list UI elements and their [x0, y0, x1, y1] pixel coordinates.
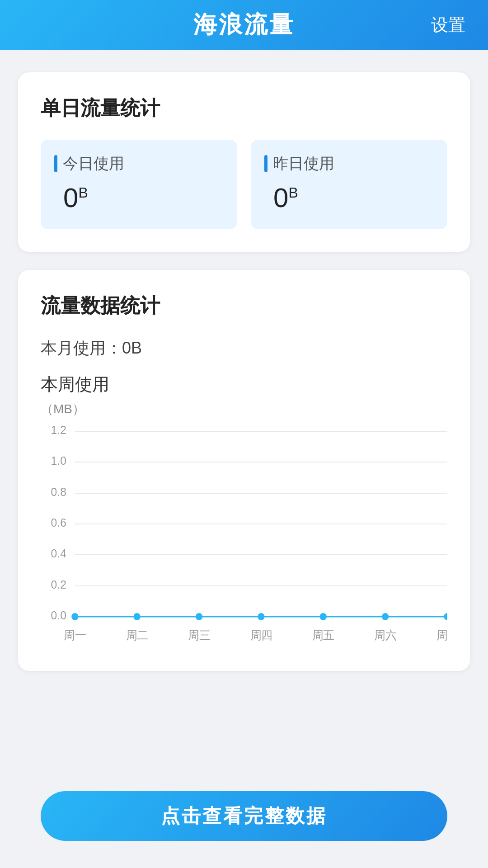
svg-text:0.6: 0.6 [51, 516, 66, 529]
svg-text:周五: 周五 [312, 628, 334, 642]
svg-text:1.2: 1.2 [51, 423, 66, 436]
monthly-usage-label: 本月使用：0B [41, 337, 447, 359]
today-label-row: 今日使用 [54, 153, 224, 174]
bottom-bar: 点击查看完整数据 [0, 778, 488, 868]
chart-container: （MB） 1.2 1.0 0.8 0.6 [41, 401, 447, 648]
yesterday-stat-box: 昨日使用 0B [251, 140, 447, 229]
data-point-sat [382, 613, 389, 620]
data-point-fri [320, 613, 327, 620]
data-point-tue [134, 613, 141, 620]
data-stats-card: 流量数据统计 本月使用：0B 本周使用 （MB） 1.2 1.0 [18, 270, 470, 671]
svg-text:周四: 周四 [250, 628, 272, 642]
monthly-label-text: 本月使用： [41, 339, 122, 357]
data-point-wed [196, 613, 202, 620]
yesterday-label-row: 昨日使用 [264, 153, 434, 174]
yesterday-accent-bar [264, 155, 267, 172]
chart-area: 1.2 1.0 0.8 0.6 0.4 0.2 [41, 422, 447, 648]
data-point-mon [71, 613, 78, 620]
svg-text:周三: 周三 [188, 628, 210, 642]
svg-text:周六: 周六 [374, 628, 396, 642]
weekly-usage-label: 本周使用 [41, 373, 447, 396]
data-point-thu [258, 613, 264, 620]
svg-text:0.2: 0.2 [51, 578, 66, 591]
app-header: 海浪流量 设置 [0, 0, 488, 50]
data-point-sun [444, 613, 447, 620]
settings-button[interactable]: 设置 [431, 14, 465, 37]
yesterday-number: 0 [273, 183, 288, 213]
view-full-data-button[interactable]: 点击查看完整数据 [41, 791, 447, 841]
chart-unit-label: （MB） [41, 401, 447, 418]
svg-text:周二: 周二 [126, 628, 148, 642]
today-unit: B [78, 184, 88, 201]
svg-text:0.4: 0.4 [51, 547, 66, 560]
app-title: 海浪流量 [193, 9, 295, 41]
svg-text:0.0: 0.0 [51, 609, 66, 622]
main-content: 单日流量统计 今日使用 0B 昨日使用 0B [0, 50, 488, 761]
data-card-title: 流量数据统计 [41, 292, 447, 319]
svg-text:1.0: 1.0 [51, 454, 66, 467]
today-number: 0 [63, 183, 78, 213]
yesterday-value: 0B [264, 182, 434, 213]
yesterday-unit: B [288, 184, 298, 201]
daily-stats-card: 单日流量统计 今日使用 0B 昨日使用 0B [18, 72, 470, 252]
daily-stats-row: 今日使用 0B 昨日使用 0B [41, 140, 447, 229]
svg-text:周日: 周日 [436, 628, 447, 642]
today-label: 今日使用 [63, 153, 124, 174]
daily-card-title: 单日流量统计 [41, 95, 447, 122]
chart-svg: 1.2 1.0 0.8 0.6 0.4 0.2 [41, 422, 447, 648]
today-accent-bar [54, 155, 57, 172]
today-stat-box: 今日使用 0B [41, 140, 237, 229]
today-value: 0B [54, 182, 224, 213]
yesterday-label: 昨日使用 [273, 153, 334, 174]
svg-text:周一: 周一 [64, 628, 86, 642]
svg-text:0.8: 0.8 [51, 485, 66, 498]
monthly-value: 0B [122, 339, 142, 357]
